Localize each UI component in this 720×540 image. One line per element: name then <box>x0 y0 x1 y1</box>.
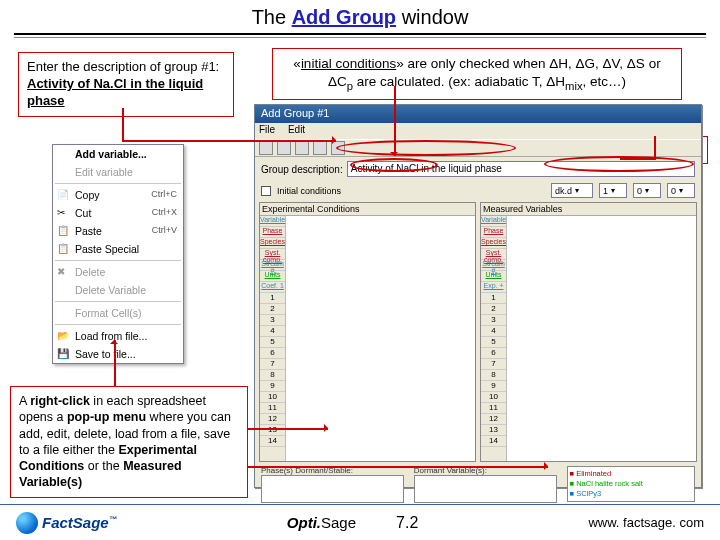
pane-experimental-conditions[interactable]: Experimental Conditions VariablePhaseSpe… <box>259 202 476 462</box>
version-number: 7.2 <box>396 514 418 532</box>
menu-item[interactable]: 📋Paste Special <box>53 240 183 258</box>
window-menubar[interactable]: File Edit <box>255 123 701 139</box>
product-name: Opti.Sage <box>287 514 356 531</box>
menu-item: Delete Variable <box>53 281 183 299</box>
arrow-line <box>654 136 656 158</box>
arrowhead-icon <box>324 424 332 432</box>
footer-url: www. factsage. com <box>588 515 704 530</box>
highlight-oval-units <box>544 156 694 172</box>
callout-rightclick: A right-click in each spreadsheet opens … <box>10 386 248 498</box>
pane-label-left: Experimental Conditions <box>260 203 475 216</box>
menu-icon: 📄 <box>57 189 69 201</box>
arrow-line <box>248 428 328 430</box>
arrowhead-icon <box>332 136 340 144</box>
initial-conditions-checkbox[interactable] <box>261 186 271 196</box>
unit-dropdown-4[interactable]: 0 <box>667 183 695 198</box>
slide-title: The Add Group window <box>0 0 720 33</box>
spreadsheet-panes: Experimental Conditions VariablePhaseSpe… <box>255 202 701 462</box>
menu-icon: 📋 <box>57 225 69 237</box>
controls-row: Initial conditions dk.d 1 0 0 <box>255 181 701 202</box>
window-titlebar[interactable]: Add Group #1 <box>255 105 701 123</box>
window-bottom: Phase(s) Dormant/Stable: Dormant Variabl… <box>255 462 701 508</box>
dormant-box[interactable] <box>414 475 557 503</box>
row-headers-left: VariablePhaseSpeciesSyst. comp.Stream #U… <box>260 216 286 461</box>
menu-item[interactable]: 📋PasteCtrl+V <box>53 222 183 240</box>
unit-dropdown-3[interactable]: 0 <box>633 183 661 198</box>
phases-box[interactable] <box>261 475 404 503</box>
legend-box: ■ Eliminated ■ NaCl halite rock salt ■ S… <box>567 466 695 502</box>
toolbar-button[interactable] <box>259 141 273 155</box>
arrow-line <box>248 466 548 468</box>
arrow-line <box>122 108 124 142</box>
cells-right[interactable] <box>507 216 696 461</box>
menu-item: Edit variable <box>53 163 183 181</box>
factsage-logo: FactSage™ <box>16 512 117 534</box>
cells-left[interactable] <box>286 216 475 461</box>
menu-file[interactable]: File <box>259 124 275 135</box>
pane-measured-variables[interactable]: Measured Variables VariablePhaseSpeciesS… <box>480 202 697 462</box>
pane-label-right: Measured Variables <box>481 203 696 216</box>
toolbar-button[interactable] <box>295 141 309 155</box>
arrowhead-icon <box>390 152 398 160</box>
arrow-line <box>394 86 396 156</box>
menu-edit[interactable]: Edit <box>288 124 305 135</box>
menu-item: Format Cell(s) <box>53 304 183 322</box>
callout-description: Enter the description of group #1: Activ… <box>18 52 234 117</box>
logo-ball-icon <box>16 512 38 534</box>
row-headers-right: VariablePhaseSpeciesSyst. comp.Stream #U… <box>481 216 507 461</box>
menu-icon: 📂 <box>57 330 69 342</box>
arrowhead-icon <box>544 462 552 470</box>
highlight-oval-description <box>336 140 516 156</box>
menu-item[interactable]: 💾Save to file... <box>53 345 183 363</box>
arrow-line <box>620 158 656 160</box>
toolbar-button[interactable] <box>277 141 291 155</box>
description-label: Group description: <box>261 164 343 175</box>
callout-initial-conditions: «initial conditions» are only checked wh… <box>272 48 682 100</box>
highlight-oval-initcond <box>350 158 438 172</box>
menu-item[interactable]: ✂CutCtrl+X <box>53 204 183 222</box>
menu-icon: 💾 <box>57 348 69 360</box>
initial-conditions-label: Initial conditions <box>277 186 341 196</box>
title-rule-1 <box>14 33 706 35</box>
menu-item: ✖Delete <box>53 263 183 281</box>
menu-icon: ✂ <box>57 207 69 219</box>
context-menu[interactable]: Add variable...Edit variable📄CopyCtrl+C✂… <box>52 144 184 364</box>
menu-item[interactable]: Add variable... <box>53 145 183 163</box>
arrow-line <box>122 140 336 142</box>
unit-dropdown-2[interactable]: 1 <box>599 183 627 198</box>
menu-item[interactable]: 📄CopyCtrl+C <box>53 186 183 204</box>
toolbar-button[interactable] <box>313 141 327 155</box>
arrowhead-icon <box>110 336 118 344</box>
menu-icon: 📋 <box>57 243 69 255</box>
arrow-line <box>114 340 116 386</box>
unit-dropdown-1[interactable]: dk.d <box>551 183 593 198</box>
menu-icon: ✖ <box>57 266 69 278</box>
title-rule-2 <box>14 37 706 38</box>
menu-item[interactable]: 📂Load from file... <box>53 327 183 345</box>
slide-footer: FactSage™ Opti.Sage 7.2 www. factsage. c… <box>0 504 720 540</box>
